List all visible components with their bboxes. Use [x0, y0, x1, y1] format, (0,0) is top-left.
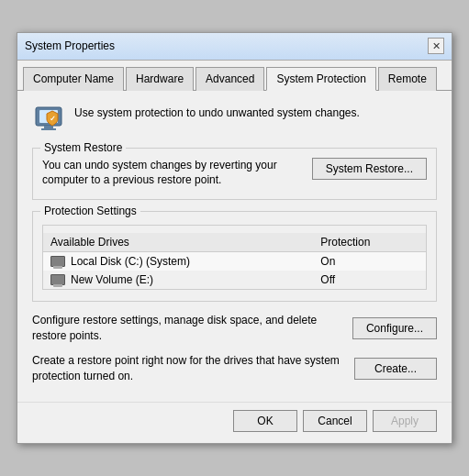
close-button[interactable]: ✕ — [428, 38, 444, 54]
system-restore-text: You can undo system changes by reverting… — [42, 158, 303, 189]
title-bar: System Properties ✕ — [17, 33, 452, 61]
protection-column-header: Protection — [313, 233, 426, 252]
protection-settings-section: Protection Settings Available Drives Pro… — [32, 211, 437, 302]
drive-cell-e: New Volume (E:) — [50, 273, 306, 286]
system-restore-content: You can undo system changes by reverting… — [42, 158, 427, 189]
main-content: ✓ Use system protection to undo unwanted… — [17, 91, 452, 403]
svg-rect-3 — [41, 128, 56, 130]
apply-button[interactable]: Apply — [373, 410, 437, 432]
drive-protection-e: Off — [313, 271, 426, 289]
header-text: Use system protection to undo unwanted s… — [74, 102, 360, 121]
drive-cell-c: Local Disk (C:) (System) — [50, 255, 306, 268]
tab-remote[interactable]: Remote — [378, 67, 437, 91]
configure-button[interactable]: Configure... — [352, 317, 437, 339]
svg-text:✓: ✓ — [50, 115, 56, 123]
system-properties-window: System Properties ✕ Computer Name Hardwa… — [17, 32, 452, 445]
footer: OK Cancel Apply — [17, 402, 452, 443]
system-restore-button[interactable]: System Restore... — [312, 158, 427, 180]
drive-protection-c: On — [313, 252, 426, 271]
drive-icon-e — [50, 274, 65, 285]
protection-settings-label: Protection Settings — [40, 205, 140, 217]
system-restore-section: System Restore You can undo system chang… — [32, 148, 437, 201]
tab-advanced[interactable]: Advanced — [195, 67, 264, 91]
drives-table-container: Available Drives Protection Local Disk (… — [42, 225, 427, 290]
cancel-button[interactable]: Cancel — [303, 410, 367, 432]
tab-system-protection[interactable]: System Protection — [266, 67, 375, 91]
tab-bar: Computer Name Hardware Advanced System P… — [17, 61, 452, 91]
drives-table: Available Drives Protection Local Disk (… — [43, 233, 426, 289]
drive-name-c: Local Disk (C:) (System) — [71, 255, 190, 268]
drive-name-e: New Volume (E:) — [71, 273, 153, 286]
ok-button[interactable]: OK — [233, 410, 297, 432]
configure-action-row: Configure restore settings, manage disk … — [32, 313, 437, 344]
drives-column-header: Available Drives — [43, 233, 313, 252]
table-row: Local Disk (C:) (System) On — [43, 252, 426, 271]
create-action-row: Create a restore point right now for the… — [32, 353, 437, 384]
window-title: System Properties — [25, 39, 115, 52]
table-row: New Volume (E:) Off — [43, 271, 426, 289]
svg-rect-2 — [44, 126, 53, 128]
table-header-row: Available Drives Protection — [43, 233, 426, 252]
header-section: ✓ Use system protection to undo unwanted… — [32, 102, 437, 135]
configure-action-text: Configure restore settings, manage disk … — [32, 313, 343, 344]
create-button[interactable]: Create... — [354, 358, 437, 380]
drive-name-cell: New Volume (E:) — [43, 271, 313, 289]
drive-icon-c — [50, 256, 65, 267]
drive-name-cell: Local Disk (C:) (System) — [43, 252, 313, 271]
tab-hardware[interactable]: Hardware — [126, 67, 194, 91]
create-action-text: Create a restore point right now for the… — [32, 353, 345, 384]
tab-computer-name[interactable]: Computer Name — [23, 67, 124, 91]
system-restore-label: System Restore — [40, 141, 126, 154]
shield-icon: ✓ — [32, 102, 65, 135]
